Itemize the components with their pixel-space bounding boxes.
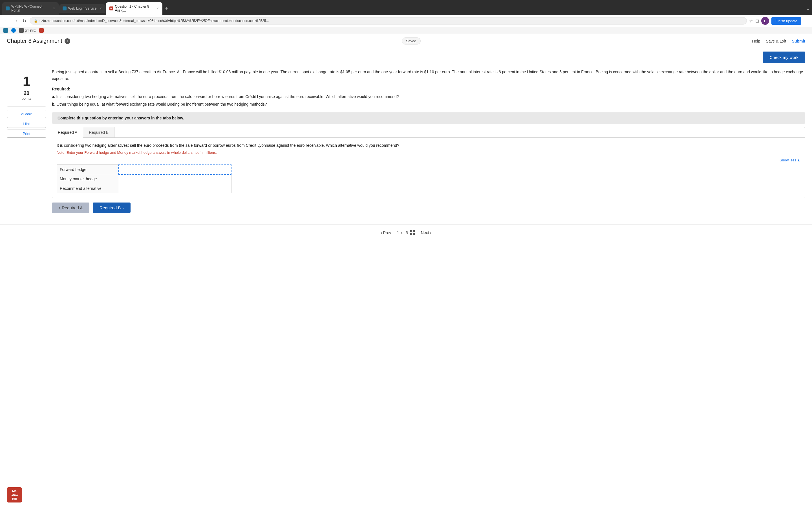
forward-hedge-cell[interactable] — [119, 165, 231, 174]
bookmark-star-button[interactable]: ☆ — [749, 18, 753, 24]
page-footer: Mc Graw Hill ‹ Prev 1 of 5 Next › — [0, 224, 812, 241]
question-sidebar: 1 20 points eBook Hint Print — [7, 69, 46, 213]
wp-icon-2 — [63, 6, 66, 10]
req-b-letter: b. — [52, 102, 55, 107]
tab-label-3: Question 1 - Chapter 8 Assig... — [115, 4, 154, 12]
profile-avatar[interactable]: L — [761, 17, 769, 25]
row-label-forward: Forward hedge — [57, 165, 119, 174]
ebook-link[interactable]: eBook — [7, 110, 46, 118]
prev-tab-button[interactable]: ‹ Required A — [52, 203, 89, 213]
main-content: 1 20 points eBook Hint Print Boeing just… — [0, 63, 812, 219]
answer-table: Forward hedge Money market hedge — [57, 165, 232, 193]
back-button[interactable]: ← — [3, 17, 10, 24]
saved-badge: Saved — [402, 38, 421, 45]
prev-page-label: Prev — [383, 230, 391, 235]
req-a-text: It is considering two hedging alternativ… — [56, 94, 399, 99]
bookmark-gmetrix[interactable]: gmetrix — [19, 28, 36, 33]
money-market-cell[interactable] — [119, 174, 231, 184]
forward-button[interactable]: → — [12, 17, 19, 24]
save-exit-button[interactable]: Save & Exit — [766, 39, 786, 43]
show-less-label: Show less — [779, 158, 796, 162]
table-row: Forward hedge — [57, 165, 232, 174]
extensions-button[interactable]: ⊡ — [755, 18, 759, 24]
redbook-bookmark-icon — [39, 28, 44, 33]
question-text: Boeing just signed a contract to sell a … — [52, 69, 805, 82]
points-number: 20 — [22, 91, 32, 96]
tab-close-2[interactable]: ✕ — [100, 7, 102, 10]
tab-content-a: It is considering two hedging alternativ… — [52, 138, 805, 198]
page-title: Chapter 8 Assignment — [7, 38, 62, 44]
tab-a-description: It is considering two hedging alternativ… — [57, 142, 801, 149]
bookmark-shield[interactable] — [3, 28, 8, 33]
sidebar-links: eBook Hint Print — [7, 110, 46, 138]
tab-label-2: Web Login Service — [68, 6, 97, 10]
question-number: 1 — [23, 75, 31, 88]
row-label-money: Money market hedge — [57, 174, 119, 184]
tab-required-b[interactable]: Required B — [83, 127, 114, 137]
recommend-input[interactable] — [122, 186, 229, 191]
required-label: Required: — [52, 87, 805, 91]
prev-page-button[interactable]: ‹ Prev — [380, 230, 391, 235]
print-link[interactable]: Print — [7, 129, 46, 138]
tab-close-1[interactable]: ✕ — [53, 7, 55, 10]
row-label-recommend: Recommend alternative — [57, 184, 119, 193]
new-tab-button[interactable]: + — [163, 4, 170, 13]
grid-view-icon[interactable] — [410, 230, 415, 235]
grid-dot-4 — [413, 233, 415, 235]
req-a-letter: a. — [52, 94, 55, 99]
wp-icon-1 — [6, 6, 10, 10]
lock-icon: 🔒 — [34, 19, 38, 23]
question-points: 20 points — [22, 91, 32, 101]
finish-update-button[interactable]: Finish update — [771, 17, 801, 25]
forward-hedge-input[interactable] — [122, 167, 228, 172]
next-tab-label: Required B — [100, 205, 121, 210]
page-indicator: 1 of 5 — [397, 230, 415, 235]
content-wrapper: Check my work 1 20 points eBook Hint Pri… — [0, 48, 812, 219]
gmetrix-label: gmetrix — [25, 29, 36, 33]
grid-dot-1 — [410, 230, 412, 232]
page-header: Chapter 8 Assignment i Saved Help Save &… — [0, 34, 812, 48]
money-market-input[interactable] — [122, 176, 229, 182]
tab-required-a[interactable]: Required A — [52, 127, 83, 138]
tab-close-3[interactable]: ✕ — [156, 7, 159, 10]
question-number-box: 1 20 points — [7, 69, 46, 107]
next-tab-button[interactable]: Required B › — [93, 203, 131, 213]
show-less-arrow: ▲ — [797, 158, 801, 162]
required-items: Required: a. It is considering two hedgi… — [52, 87, 805, 108]
bookmark-redbook[interactable] — [39, 28, 44, 33]
tab-question[interactable]: M Question 1 - Chapter 8 Assig... ✕ — [106, 2, 162, 15]
submit-button[interactable]: Submit — [792, 39, 805, 43]
of-pages: of 5 — [401, 230, 408, 235]
tab-navigation: ‹ Required A Required B › — [52, 203, 805, 213]
hint-link[interactable]: Hint — [7, 120, 46, 128]
prev-arrow-icon: ‹ — [59, 205, 60, 210]
edge-bookmark-icon — [11, 28, 16, 33]
more-options-button[interactable]: ⋮ — [804, 18, 809, 24]
bookmark-edge[interactable] — [11, 28, 16, 33]
tab-label-1: WPUNJ WPConnect Portal — [11, 4, 50, 12]
refresh-button[interactable]: ↻ — [21, 17, 28, 25]
check-my-work-button[interactable]: Check my work — [763, 52, 805, 63]
recommend-cell[interactable] — [119, 184, 231, 193]
check-work-area: Check my work — [0, 48, 812, 63]
req-item-a: a. It is considering two hedging alterna… — [52, 94, 805, 100]
grid-dot-3 — [410, 233, 412, 235]
tab-overflow-button[interactable]: ⌄ — [806, 6, 810, 11]
prev-tab-label: Required A — [62, 205, 83, 210]
next-page-label: Next — [421, 230, 429, 235]
tab-a-note: Note: Enter your Forward hedge and Money… — [57, 151, 801, 155]
bookmarks-bar: gmetrix — [0, 27, 812, 34]
help-link[interactable]: Help — [752, 39, 760, 43]
info-icon[interactable]: i — [64, 38, 70, 44]
tab-weblogin[interactable]: Web Login Service ✕ — [59, 4, 105, 13]
req-b-text: Other things being equal, at what forwar… — [56, 102, 267, 107]
address-bar: ← → ↻ 🔒 ezto.mheducation.com/ext/map/ind… — [0, 15, 812, 27]
header-left: Chapter 8 Assignment i — [7, 38, 70, 44]
next-page-button[interactable]: Next › — [421, 230, 432, 235]
req-item-b: b. Other things being equal, at what for… — [52, 101, 805, 108]
url-box[interactable]: 🔒 ezto.mheducation.com/ext/map/index.htm… — [30, 17, 747, 24]
url-text: ezto.mheducation.com/ext/map/index.html?… — [40, 19, 743, 23]
m-icon-3: M — [109, 6, 113, 10]
tab-wpconnect[interactable]: WPUNJ WPConnect Portal ✕ — [2, 2, 59, 15]
show-less-button[interactable]: Show less ▲ — [57, 158, 801, 162]
